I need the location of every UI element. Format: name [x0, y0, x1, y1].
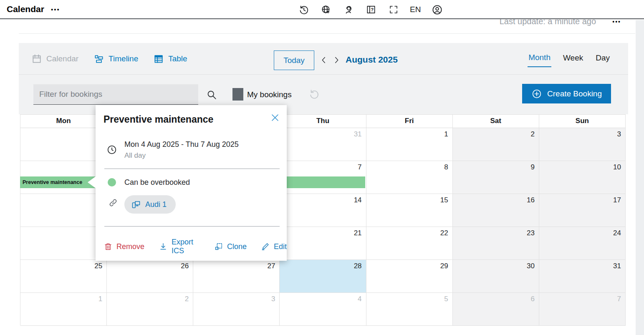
calendar-cell[interactable]: 2	[107, 293, 193, 326]
calendar-cell[interactable]: 9	[453, 161, 539, 194]
page-title: Calendar	[7, 4, 44, 14]
booking-popup: Preventive maintenance Mon 4 Aug 2025 - …	[96, 105, 287, 261]
calendar-cell[interactable]: 2	[453, 128, 539, 161]
view-tab-table[interactable]: Table	[153, 53, 187, 64]
header-icon-row: ? EN	[297, 0, 443, 19]
calendar-cell[interactable]: 6	[453, 293, 539, 326]
calendar-cell[interactable]: 30	[453, 260, 539, 293]
filter-bookings-input[interactable]	[33, 84, 198, 105]
day-header-sun: Sun	[539, 115, 626, 128]
toolbar: Calendar Timeline Table Today August 202…	[19, 43, 628, 114]
calendar-cell[interactable]: 4	[280, 293, 366, 326]
resource-chip-audi-1[interactable]: Audi 1	[124, 195, 176, 214]
day-header-mon: Mon	[20, 115, 107, 128]
calendar-cell[interactable]: 31	[280, 128, 366, 161]
calendar-cell[interactable]: 17	[539, 194, 626, 227]
calendar-cell[interactable]: 5	[366, 293, 453, 326]
view-tab-label: Timeline	[109, 54, 138, 63]
range-tab-week[interactable]: Week	[562, 51, 584, 67]
view-tab-label: Table	[168, 54, 187, 63]
edit-button[interactable]: Edit	[261, 242, 287, 251]
create-booking-button[interactable]: Create Booking	[522, 84, 611, 103]
calendar-cell[interactable]: 27	[193, 260, 280, 293]
calendar-cell[interactable]: 7	[539, 293, 626, 326]
calendar-cell[interactable]: 26	[107, 260, 193, 293]
calendar-cell[interactable]: 8	[366, 161, 453, 194]
calendar-cell[interactable]: 28	[280, 260, 366, 293]
my-bookings-label: My bookings	[247, 90, 292, 99]
week-row: 25262728293031	[20, 260, 626, 293]
calendar-cell[interactable]: 25	[20, 260, 107, 293]
support-icon[interactable]	[342, 3, 355, 16]
resource-chip-label: Audi 1	[145, 200, 167, 209]
action-label: Remove	[116, 242, 144, 251]
fullscreen-icon[interactable]	[387, 3, 400, 16]
calendar-cell[interactable]: 24	[539, 227, 626, 260]
calendar-cell[interactable]: 15	[366, 194, 453, 227]
calendar-cell[interactable]: 14	[280, 194, 366, 227]
view-tab-label: Calendar	[46, 54, 78, 63]
remove-button[interactable]: Remove	[104, 242, 144, 251]
calendar-cell[interactable]: 1	[20, 293, 107, 326]
refresh-icon[interactable]	[308, 88, 320, 100]
profile-icon[interactable]	[431, 3, 443, 16]
week-row: 1234567	[20, 293, 626, 326]
today-button[interactable]: Today	[274, 50, 314, 70]
history-icon[interactable]	[297, 3, 310, 16]
calendar-cell[interactable]	[20, 194, 107, 227]
chevron-left-icon[interactable]	[318, 53, 329, 68]
calendar-cell[interactable]: 29	[366, 260, 453, 293]
popup-status-text: Can be overbooked	[124, 178, 190, 187]
day-header-fri: Fri	[366, 115, 453, 128]
action-label: Clone	[227, 242, 247, 251]
popup-actions: Remove Export ICS Clone Edit	[104, 238, 287, 255]
download-icon	[159, 242, 168, 251]
calendar-cell[interactable]: 3	[193, 293, 280, 326]
divider	[104, 169, 280, 169]
link-icon	[108, 198, 118, 208]
view-tab-timeline[interactable]: Timeline	[93, 53, 138, 64]
calendar-cell[interactable]: 31	[539, 260, 626, 293]
range-tab-month[interactable]: Month	[528, 50, 551, 67]
plus-circle-icon	[531, 88, 542, 99]
view-tabs: Calendar Timeline Table	[31, 43, 187, 74]
range-tab-day[interactable]: Day	[595, 51, 611, 67]
scroll-gutter[interactable]	[636, 20, 644, 335]
calendar-cell[interactable]: 23	[453, 227, 539, 260]
calendar-cell[interactable]: 22	[366, 227, 453, 260]
calendar-cell[interactable]: 10	[539, 161, 626, 194]
title-overflow-menu[interactable]: •••	[51, 6, 60, 13]
divider	[104, 226, 280, 227]
clone-icon	[214, 242, 223, 251]
popup-title: Preventive maintenance	[104, 114, 213, 125]
search-icon[interactable]	[206, 89, 217, 101]
calendar-cell[interactable]	[20, 227, 107, 260]
range-tabs: Month Week Day	[528, 43, 611, 74]
action-label: Export ICS	[172, 238, 200, 255]
period-label: August 2025	[346, 55, 398, 65]
divider	[19, 74, 628, 75]
view-tab-calendar[interactable]: Calendar	[31, 53, 78, 64]
devices-icon	[131, 199, 141, 209]
calendar-cell[interactable]: 21	[280, 227, 366, 260]
language-selector[interactable]: EN	[410, 5, 421, 14]
table-icon	[153, 53, 164, 64]
close-icon[interactable]	[270, 113, 280, 123]
calendar-cell[interactable]	[20, 128, 107, 161]
help-icon[interactable]: ?	[365, 3, 377, 16]
day-header-thu: Thu	[280, 115, 366, 128]
calendar-cell[interactable]: 16	[453, 194, 539, 227]
event-bar-label: Preventive maintenance	[20, 179, 82, 185]
popup-all-day: All day	[124, 151, 146, 160]
clone-button[interactable]: Clone	[214, 242, 247, 251]
calendar-cell[interactable]: 1	[366, 128, 453, 161]
status-overflow-menu[interactable]: •••	[612, 18, 621, 25]
export-ics-button[interactable]: Export ICS	[159, 238, 200, 255]
globe-icon[interactable]	[320, 3, 332, 16]
status-dot	[108, 178, 116, 186]
calendar-cell[interactable]: 3	[539, 128, 626, 161]
chevron-right-icon[interactable]	[331, 53, 342, 68]
my-bookings-checkbox[interactable]	[232, 88, 243, 101]
app-header: Calendar ••• ? EN	[0, 0, 644, 19]
svg-text:?: ?	[371, 7, 374, 12]
